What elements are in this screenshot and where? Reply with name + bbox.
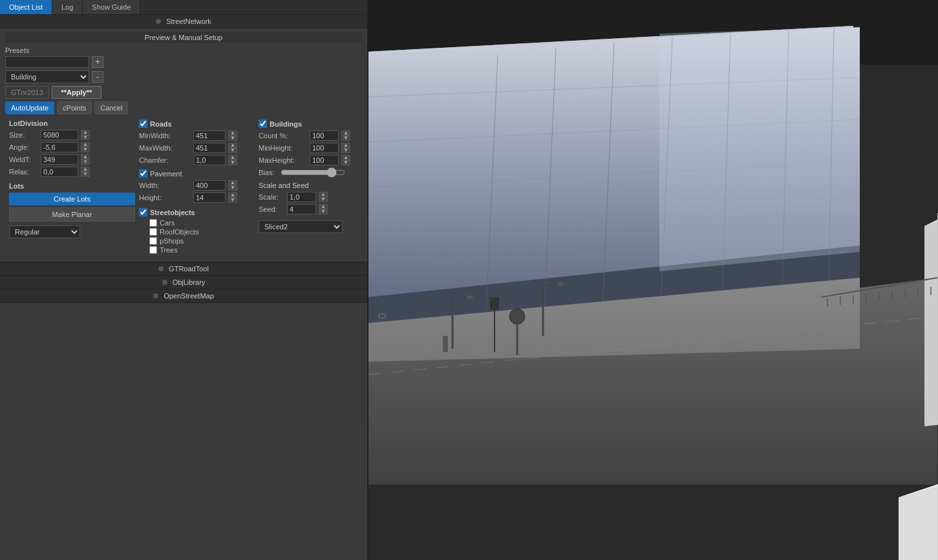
apply-button[interactable]: **Apply**	[52, 86, 102, 99]
chamfer-input[interactable]	[193, 155, 226, 165]
min-height-spin-down[interactable]: ▼	[341, 148, 350, 153]
scale-spin-down[interactable]: ▼	[319, 197, 328, 202]
viewport[interactable]: Ci	[368, 0, 938, 560]
chamfer-spin-down[interactable]: ▼	[228, 160, 237, 165]
preset-dropdown[interactable]: Building	[5, 70, 89, 83]
right-column: Buildings Count %: ▲ ▼ MinHeight:	[255, 119, 368, 255]
buildings-checkbox-label[interactable]: Buildings	[259, 119, 368, 128]
scale-input[interactable]	[287, 192, 316, 202]
angle-input[interactable]	[41, 142, 78, 152]
min-width-input[interactable]	[193, 130, 226, 141]
min-height-label: MinHeight:	[259, 144, 307, 152]
bottom-sections: GTRoadTool ObjLibrary OpenStreetMap	[0, 262, 367, 560]
scale-label: Scale:	[259, 193, 284, 201]
street-objects-checkbox-label[interactable]: Streetobjects	[139, 208, 255, 216]
create-lots-button[interactable]: Create Lots	[9, 192, 135, 205]
weldt-input[interactable]	[41, 154, 78, 165]
tab-show-guide[interactable]: Show Guide	[83, 0, 140, 14]
gt-road-tool-section[interactable]: GTRoadTool	[0, 262, 367, 276]
pavement-width-spin-down[interactable]: ▼	[228, 185, 237, 191]
max-width-input[interactable]	[193, 143, 226, 153]
ci-text: Ci	[378, 311, 386, 321]
max-height-input[interactable]	[310, 155, 339, 165]
count-spin-down[interactable]: ▼	[341, 136, 350, 141]
bias-slider[interactable]	[281, 167, 345, 178]
max-width-row: MaxWidth: ▲ ▼	[139, 143, 255, 153]
tab-log[interactable]: Log	[52, 0, 83, 14]
open-street-map-dot	[153, 293, 158, 298]
viewport-background: Ci	[368, 0, 938, 560]
seed-row: Seed: ▲ ▼	[259, 204, 368, 214]
svg-marker-54	[899, 484, 937, 560]
buildings-checkbox[interactable]	[259, 119, 267, 128]
obj-library-section[interactable]: ObjLibrary	[0, 276, 367, 289]
roads-checkbox-label[interactable]: Roads	[139, 119, 255, 128]
min-height-input[interactable]	[310, 143, 339, 153]
pavement-checkbox[interactable]	[139, 169, 147, 178]
min-width-spin-down[interactable]: ▼	[228, 136, 237, 141]
relax-input[interactable]	[41, 167, 78, 177]
min-width-row: MinWidth: ▲ ▼	[139, 130, 255, 141]
roof-objects-row: RoofObjects	[139, 228, 255, 236]
middle-column: Roads MinWidth: ▲ ▼ MaxWidth: ▲	[135, 119, 255, 255]
count-input[interactable]	[310, 130, 339, 141]
roof-objects-checkbox[interactable]	[149, 228, 157, 236]
lots-dropdown-row: Regular	[9, 225, 135, 238]
trees-checkbox[interactable]	[149, 246, 157, 254]
pavement-width-row: Width: ▲ ▼	[139, 180, 255, 191]
bias-label: Bias:	[259, 169, 278, 176]
lots-title: Lots	[9, 182, 135, 190]
pavement-width-input[interactable]	[193, 180, 226, 191]
tab-object-list[interactable]: Object List	[0, 0, 52, 14]
size-label: Size:	[9, 131, 38, 139]
presets-row-1: +	[5, 56, 362, 68]
pavement-width-label: Width:	[139, 181, 191, 189]
weldt-spinner: ▲ ▼	[81, 154, 90, 165]
p-shops-row: pShops	[139, 237, 255, 245]
presets-row-2: Building -	[5, 70, 362, 83]
size-spin-down[interactable]: ▼	[81, 135, 90, 140]
weldt-row: WeldT: ▲ ▼	[9, 154, 135, 165]
min-width-label: MinWidth:	[139, 132, 191, 140]
chamfer-row: Chamfer: ▲ ▼	[139, 155, 255, 165]
count-row: Count %: ▲ ▼	[259, 130, 368, 141]
preset-minus-button[interactable]: -	[92, 71, 103, 83]
c-points-button[interactable]: cPoints	[57, 101, 92, 114]
count-spinner: ▲ ▼	[341, 130, 350, 141]
relax-spin-down[interactable]: ▼	[81, 172, 90, 177]
pavement-height-input[interactable]	[193, 192, 226, 203]
cars-row: Cars	[139, 219, 255, 227]
weldt-spin-down[interactable]: ▼	[81, 160, 90, 165]
size-input[interactable]: 5080	[41, 130, 78, 140]
seed-spin-down[interactable]: ▼	[319, 209, 328, 214]
pavement-height-row: Height: ▲ ▼	[139, 192, 255, 203]
svg-point-29	[509, 309, 525, 324]
make-planar-button[interactable]: Make Planar	[9, 207, 135, 222]
obj-library-dot	[162, 280, 167, 285]
preset-text-input[interactable]	[5, 56, 89, 68]
street-objects-checkbox[interactable]	[139, 208, 147, 216]
preset-plus-button[interactable]: +	[92, 56, 103, 68]
sliced-dropdown[interactable]: Sliced2	[259, 220, 343, 233]
p-shops-checkbox[interactable]	[149, 237, 157, 245]
cancel-button[interactable]: Cancel	[94, 101, 128, 114]
max-height-spin-down[interactable]: ▼	[341, 160, 350, 165]
trees-label: Trees	[160, 246, 178, 254]
auto-update-button[interactable]: AutoUpdate	[5, 101, 54, 114]
bias-row: Bias:	[259, 167, 368, 178]
lots-section: Lots Create Lots Make Planar Regular	[9, 182, 135, 238]
left-column: LotDivision Size: 5080 ▲ ▼ Angle: ▲	[9, 119, 135, 255]
gt-nr-button[interactable]: GTnr2013	[5, 86, 49, 99]
lots-type-dropdown[interactable]: Regular	[9, 225, 80, 238]
buttons-row-1: GTnr2013 **Apply**	[5, 86, 362, 99]
angle-spin-down[interactable]: ▼	[81, 147, 90, 152]
open-street-map-section[interactable]: OpenStreetMap	[0, 289, 367, 303]
cars-checkbox[interactable]	[149, 219, 157, 227]
max-width-spin-down[interactable]: ▼	[228, 148, 237, 153]
seed-input[interactable]	[287, 204, 316, 214]
relax-label: Relax:	[9, 168, 38, 176]
svg-rect-31	[443, 336, 448, 352]
pavement-checkbox-label[interactable]: Pavement	[139, 169, 255, 178]
roads-checkbox[interactable]	[139, 119, 147, 128]
pavement-height-spin-down[interactable]: ▼	[228, 198, 237, 203]
